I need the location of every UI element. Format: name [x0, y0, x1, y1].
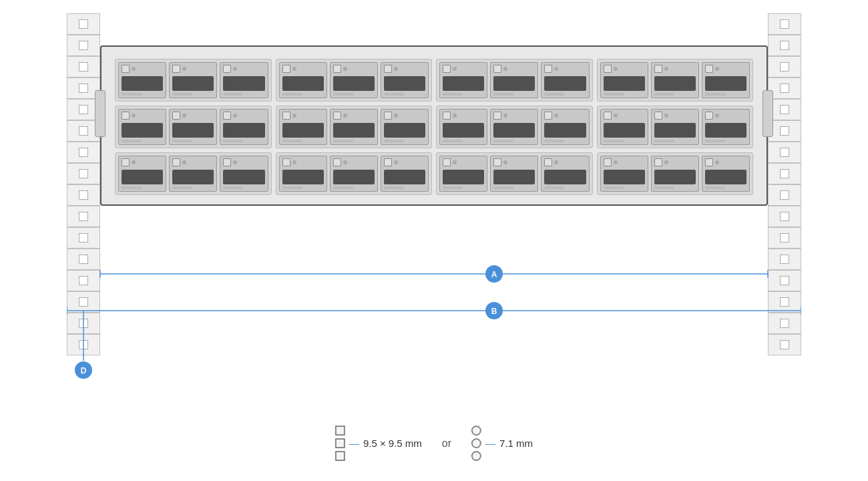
drive-bay	[279, 62, 327, 98]
drive-handle-bar	[223, 123, 264, 138]
drive-handle-bar	[282, 170, 324, 184]
drive-button	[122, 65, 130, 73]
drive-indent	[122, 140, 142, 142]
drive-led	[664, 114, 668, 118]
drive-led	[182, 160, 186, 164]
drive-button	[282, 158, 290, 166]
drive-bay	[439, 62, 487, 98]
drive-button	[172, 65, 180, 73]
rack-hole	[79, 41, 88, 50]
rack-area: + +	[67, 13, 801, 387]
drive-handle-bar	[384, 123, 425, 138]
square-hole-top	[335, 426, 345, 436]
drive-indent	[544, 186, 564, 189]
round-spec-group: — 7.1 mm	[485, 438, 533, 449]
drive-button	[223, 112, 231, 120]
drive-indent	[705, 93, 725, 96]
drive-indent	[223, 140, 243, 142]
drive-led	[132, 67, 136, 71]
rack-unit	[768, 142, 801, 163]
rack-unit	[768, 13, 801, 35]
rack-unit	[67, 56, 100, 77]
drive-button	[604, 158, 612, 166]
drive-led	[715, 114, 719, 118]
svg-text:A: A	[491, 270, 497, 279]
drive-bay	[490, 62, 538, 98]
rack-hole	[780, 169, 789, 178]
rack-hole	[79, 255, 88, 264]
drive-bay	[381, 62, 429, 98]
rack-unit	[67, 13, 100, 35]
drive-handle-bar	[705, 170, 746, 184]
drive-led	[292, 114, 296, 118]
square-rack-strip	[335, 426, 345, 461]
drive-indent	[493, 186, 513, 189]
drive-handle-bar	[333, 170, 375, 184]
main-container: + +	[0, 0, 868, 481]
drive-led	[182, 67, 186, 71]
round-arrow: —	[485, 438, 495, 449]
drive-button	[122, 158, 130, 166]
round-spec-label: 7.1 mm	[499, 438, 533, 449]
drive-led	[715, 160, 719, 164]
drive-button	[544, 158, 552, 166]
rack-hole	[780, 319, 789, 328]
drive-button	[443, 158, 451, 166]
drive-bay	[279, 109, 327, 145]
drive-bay	[279, 156, 327, 192]
rack-hole	[79, 148, 88, 157]
drive-handle-bar	[223, 170, 264, 184]
drive-button	[604, 112, 612, 120]
drive-button	[493, 112, 501, 120]
drive-led	[664, 67, 668, 71]
rack-unit	[768, 291, 801, 313]
drive-led	[292, 160, 296, 164]
drive-bay	[541, 156, 589, 192]
drive-bay-group	[115, 59, 272, 102]
drive-handle-bar	[544, 123, 586, 138]
drive-row-3	[115, 152, 753, 195]
drive-led	[453, 67, 457, 71]
drive-indent	[333, 186, 353, 189]
drive-bay	[541, 62, 589, 98]
drive-led	[554, 114, 558, 118]
drive-bay-group	[115, 152, 272, 195]
drive-led	[614, 67, 618, 71]
drive-handle-bar	[223, 76, 264, 91]
rack-unit	[67, 184, 100, 206]
rack-hole	[79, 297, 88, 307]
drive-row-1	[115, 59, 753, 102]
drive-bay	[490, 156, 538, 192]
drive-button	[122, 112, 130, 120]
drive-indent	[705, 186, 725, 189]
drive-indent	[333, 93, 353, 96]
rack-hole	[780, 126, 789, 136]
drive-indent	[544, 93, 564, 96]
drive-handle-bar	[333, 123, 375, 138]
rack-hole	[79, 276, 88, 285]
drive-button	[705, 158, 713, 166]
drive-button	[654, 112, 662, 120]
drive-led	[233, 67, 237, 71]
drive-button	[223, 158, 231, 166]
drive-bay	[220, 156, 268, 192]
drive-handle-bar	[544, 76, 586, 91]
chassis-bracket-left	[95, 90, 105, 137]
drive-bay	[381, 109, 429, 145]
drive-led	[132, 114, 136, 118]
rack-unit	[768, 334, 801, 355]
drive-bay	[600, 109, 648, 145]
drive-button	[493, 65, 501, 73]
or-label: or	[442, 438, 451, 450]
drive-bay	[220, 62, 268, 98]
svg-point-11	[75, 361, 92, 379]
rack-hole	[780, 276, 789, 285]
rack-unit	[67, 35, 100, 56]
drive-handle-bar	[443, 76, 484, 91]
drive-bay	[651, 62, 699, 98]
drive-handle-bar	[654, 123, 696, 138]
round-hole-bot	[471, 451, 481, 461]
drive-bay-group	[276, 59, 433, 102]
rack-rail-right	[768, 13, 801, 361]
drive-indent	[122, 93, 142, 96]
